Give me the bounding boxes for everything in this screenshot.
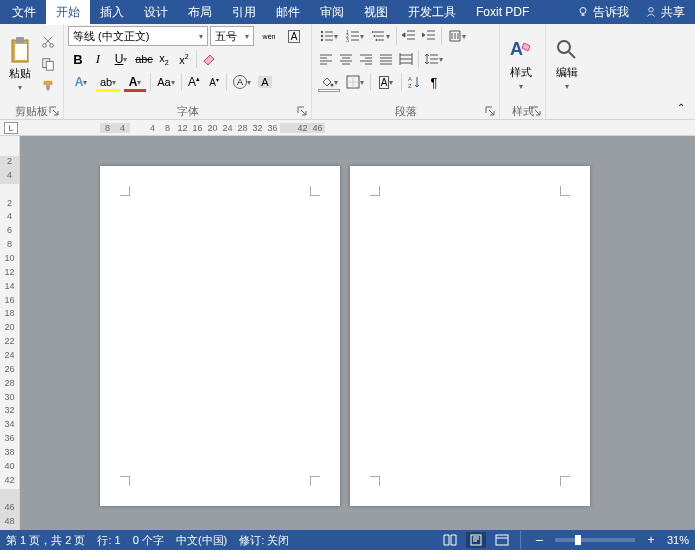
tell-me-search[interactable]: 告诉我 [569, 4, 637, 21]
multilevel-icon [372, 29, 386, 43]
styles-launcher[interactable] [531, 106, 543, 118]
dropdown-icon: ▾ [519, 82, 523, 91]
editing-button[interactable]: 编辑 ▾ [550, 26, 584, 101]
line-spacing-button[interactable]: ▾ [421, 49, 447, 69]
align-center-button[interactable] [336, 49, 356, 69]
menu-file[interactable]: 文件 [2, 0, 46, 25]
view-print-button[interactable] [466, 532, 486, 548]
zoom-level[interactable]: 31% [667, 534, 689, 546]
status-lang[interactable]: 中文(中国) [176, 533, 227, 548]
ruler-tick: 16 [190, 123, 205, 133]
font-launcher[interactable] [297, 106, 309, 118]
bucket-icon [320, 76, 334, 88]
share-button[interactable]: 共享 [637, 4, 693, 21]
clear-formatting-button[interactable] [199, 49, 219, 69]
shading-button[interactable]: ▾ [316, 72, 342, 92]
phonetic-guide-button[interactable]: wén [256, 26, 282, 46]
clipboard-launcher[interactable] [49, 106, 61, 118]
launcher-icon [297, 106, 307, 116]
decrease-indent-button[interactable] [399, 26, 419, 46]
change-case-button[interactable]: Aa▾ [153, 72, 179, 92]
menu-home[interactable]: 开始 [46, 0, 90, 25]
status-track[interactable]: 修订: 关闭 [239, 533, 289, 548]
font-name-combo[interactable]: 等线 (中文正文)▾ [68, 26, 208, 46]
borders-button[interactable]: ▾ [342, 72, 368, 92]
styles-label: 样式 [510, 65, 532, 80]
borders-icon [346, 75, 360, 89]
horizontal-ruler[interactable]: L 8448121620242832364246 [0, 120, 695, 136]
copy-button[interactable] [38, 54, 58, 74]
enclosed-char-button[interactable]: A▾ [229, 72, 255, 92]
scissors-icon [41, 35, 55, 49]
ruler-tick: 4 [0, 170, 19, 184]
zoom-out-button[interactable]: − [529, 532, 549, 548]
status-page[interactable]: 第 1 页，共 2 页 [6, 533, 85, 548]
menu-foxit[interactable]: Foxit PDF [466, 1, 539, 23]
ribbon-group-styles: A 样式 ▾ 样式 [500, 24, 546, 119]
svg-rect-4 [15, 44, 27, 60]
distribute-button[interactable] [396, 49, 416, 69]
page-1[interactable] [100, 166, 340, 506]
zoom-thumb[interactable] [575, 535, 581, 545]
paragraph-launcher[interactable] [485, 106, 497, 118]
italic-button[interactable]: I [88, 49, 108, 69]
menu-devtools[interactable]: 开发工具 [398, 0, 466, 25]
char-shading-button[interactable]: A [255, 72, 275, 92]
bold-button[interactable]: B [68, 49, 88, 69]
underline-button[interactable]: U▾ [108, 49, 134, 69]
paste-button[interactable]: 粘贴 ▾ [4, 26, 36, 101]
justify-button[interactable] [376, 49, 396, 69]
menu-layout[interactable]: 布局 [178, 0, 222, 25]
styles-button[interactable]: A 样式 ▾ [504, 26, 538, 101]
grow-font-button[interactable]: A▴ [184, 72, 204, 92]
asian-layout-button[interactable]: A▾ [373, 72, 399, 92]
subscript-button[interactable]: x2 [154, 49, 174, 69]
superscript-button[interactable]: x2 [174, 49, 194, 69]
menu-view[interactable]: 视图 [354, 0, 398, 25]
ruler-tick [130, 123, 145, 133]
ruler-tick: 20 [205, 123, 220, 133]
view-read-button[interactable] [440, 532, 460, 548]
page-2[interactable] [350, 166, 590, 506]
cut-button[interactable] [38, 32, 58, 52]
highlight-button[interactable]: ab▾ [94, 72, 122, 92]
collapse-ribbon-button[interactable]: ⌃ [671, 97, 691, 117]
web-layout-icon [495, 534, 509, 546]
document-area[interactable] [20, 136, 695, 530]
menu-review[interactable]: 审阅 [310, 0, 354, 25]
align-right-button[interactable] [356, 49, 376, 69]
text-direction-button[interactable]: ▾ [444, 26, 470, 46]
ruler-tick: 36 [265, 123, 280, 133]
dropdown-icon: ▾ [18, 83, 22, 92]
status-words[interactable]: 0 个字 [133, 533, 164, 548]
increase-indent-button[interactable] [419, 26, 439, 46]
tab-selector[interactable]: L [4, 122, 18, 134]
menu-design[interactable]: 设计 [134, 0, 178, 25]
ruler-tick: 36 [4, 433, 14, 447]
menu-bar: 文件 开始 插入 设计 布局 引用 邮件 审阅 视图 开发工具 Foxit PD… [0, 0, 695, 24]
font-size-combo[interactable]: 五号▾ [210, 26, 254, 46]
menu-mailings[interactable]: 邮件 [266, 0, 310, 25]
sort-button[interactable]: AZ [404, 72, 424, 92]
numbering-button[interactable]: 123▾ [342, 26, 368, 46]
view-web-button[interactable] [492, 532, 512, 548]
menu-references[interactable]: 引用 [222, 0, 266, 25]
align-left-button[interactable] [316, 49, 336, 69]
status-line[interactable]: 行: 1 [97, 533, 120, 548]
zoom-slider[interactable] [555, 538, 635, 542]
char-border-button[interactable]: A [284, 26, 304, 46]
shrink-font-button[interactable]: A▾ [204, 72, 224, 92]
format-painter-button[interactable] [38, 76, 58, 96]
menu-insert[interactable]: 插入 [90, 0, 134, 25]
vertical-ruler[interactable]: 2424681012141618202224262830323436384042… [0, 136, 20, 530]
multilevel-button[interactable]: ▾ [368, 26, 394, 46]
strikethrough-button[interactable]: abc [134, 49, 154, 69]
font-color-button[interactable]: A▾ [122, 72, 148, 92]
ruler-tick: 28 [4, 378, 14, 392]
copy-icon [41, 57, 55, 71]
text-effects-button[interactable]: A▾ [68, 72, 94, 92]
bullets-button[interactable]: ▾ [316, 26, 342, 46]
show-marks-button[interactable]: ¶ [424, 72, 444, 92]
ruler-tick: 10 [4, 253, 14, 267]
zoom-in-button[interactable]: + [641, 532, 661, 548]
